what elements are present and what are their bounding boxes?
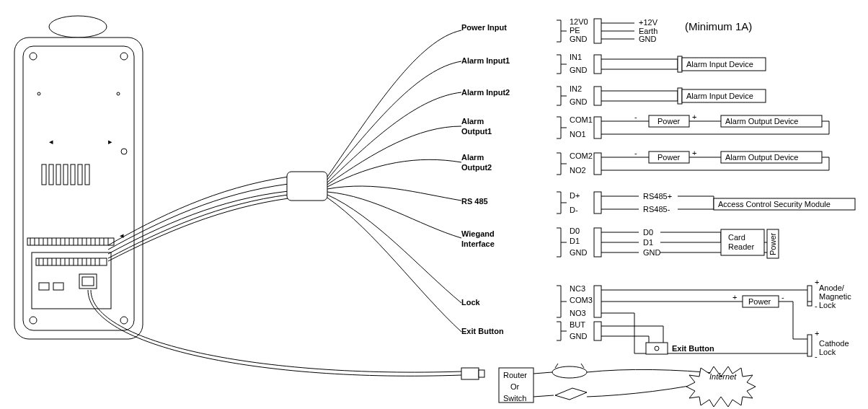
group-wiegand: Wiegand Interface D0 D1 GND D0 D1 GND Ca… — [461, 227, 779, 258]
svg-rect-186 — [807, 335, 812, 356]
note-minimum-1a: (Minimum 1A) — [685, 20, 752, 32]
svg-rect-12 — [56, 164, 61, 185]
svg-text:Exit Button: Exit Button — [461, 327, 504, 335]
svg-rect-10 — [42, 164, 46, 185]
svg-rect-87 — [594, 87, 601, 105]
group-alarm-input2: Alarm Input2 IN2 GND Alarm Input Device — [461, 84, 766, 106]
svg-text:Lock: Lock — [461, 298, 481, 307]
svg-rect-63 — [479, 370, 484, 377]
terminal-block: ◂ — [27, 231, 124, 309]
svg-text:Alarm Output Device: Alarm Output Device — [725, 153, 798, 162]
svg-text:Output1: Output1 — [461, 127, 492, 136]
svg-text:COM2: COM2 — [570, 151, 593, 160]
svg-text:NO3: NO3 — [570, 309, 586, 317]
svg-text:+: + — [692, 149, 696, 157]
svg-text:D0: D0 — [643, 228, 653, 237]
svg-rect-144 — [594, 228, 601, 257]
svg-text:NO1: NO1 — [570, 130, 586, 138]
svg-line-207 — [555, 364, 558, 368]
svg-rect-57 — [82, 277, 94, 286]
svg-text:Alarm Input1: Alarm Input1 — [461, 56, 510, 65]
group-power-input: Power Input 12V0 PE GND +12V Earth GND (… — [461, 17, 752, 43]
svg-text:COM1: COM1 — [570, 115, 593, 124]
svg-point-6 — [120, 317, 128, 324]
svg-text:-: - — [634, 113, 637, 121]
svg-rect-81 — [678, 56, 682, 72]
svg-text:D0: D0 — [570, 227, 580, 235]
svg-text:Lock: Lock — [819, 348, 836, 356]
svg-rect-129 — [594, 192, 601, 214]
svg-text:+: + — [692, 113, 696, 121]
svg-point-0 — [49, 16, 107, 38]
svg-text:Alarm Input Device: Alarm Input Device — [686, 92, 753, 100]
svg-text:D-: D- — [570, 206, 578, 214]
svg-text:-: - — [781, 293, 784, 302]
svg-text:Output2: Output2 — [461, 163, 492, 172]
group-network: Router Or Switch Internet — [499, 364, 756, 407]
svg-text:Exit Button: Exit Button — [672, 344, 714, 353]
svg-text:GND: GND — [643, 248, 661, 257]
svg-text:NO2: NO2 — [570, 166, 586, 175]
svg-rect-91 — [678, 88, 682, 104]
svg-line-208 — [581, 364, 584, 368]
svg-text:Alarm: Alarm — [461, 117, 484, 126]
svg-text:Access Control Security Module: Access Control Security Module — [718, 200, 831, 208]
svg-text:Interface: Interface — [461, 239, 495, 248]
svg-text:Power: Power — [769, 232, 777, 255]
wiring-diagram: ▸ ◂ ◂ — [0, 0, 868, 409]
svg-text:D+: D+ — [570, 191, 580, 200]
vent-slots — [42, 164, 89, 185]
svg-rect-77 — [594, 55, 601, 74]
svg-text:Power: Power — [748, 297, 771, 306]
svg-text:GND: GND — [639, 35, 657, 43]
svg-text:COM3: COM3 — [570, 296, 593, 304]
svg-text:NC3: NC3 — [570, 284, 585, 293]
internet-icon: Internet — [686, 366, 756, 407]
svg-text:Magnetic: Magnetic — [819, 292, 851, 301]
svg-text:Card: Card — [728, 233, 745, 242]
svg-point-8 — [37, 92, 40, 95]
group-rs485: RS 485 D+ D- RS485+ RS485- Access Contro… — [461, 191, 855, 214]
svg-text:IN1: IN1 — [570, 53, 582, 61]
svg-text:-: - — [815, 352, 818, 361]
svg-rect-179 — [807, 286, 812, 306]
svg-point-206 — [552, 366, 587, 378]
svg-text:+12V: +12V — [639, 18, 658, 27]
svg-text:Alarm Input Device: Alarm Input Device — [686, 60, 753, 69]
svg-rect-98 — [594, 117, 601, 138]
svg-rect-59 — [53, 283, 63, 290]
svg-rect-13 — [63, 164, 68, 185]
svg-text:Anode/: Anode/ — [819, 283, 845, 292]
label-power-input: Power Input — [461, 23, 507, 32]
group-alarm-input1: Alarm Input1 IN1 GND Alarm Input Device — [461, 53, 766, 74]
svg-text:Router: Router — [503, 371, 527, 379]
svg-text:RS 485: RS 485 — [461, 197, 488, 206]
svg-rect-11 — [49, 164, 53, 185]
svg-text:Or: Or — [510, 382, 520, 391]
svg-text:+: + — [732, 293, 737, 302]
svg-text:IN2: IN2 — [570, 84, 582, 93]
svg-text:Alarm: Alarm — [461, 153, 484, 162]
svg-point-9 — [117, 92, 120, 95]
svg-rect-19 — [27, 238, 114, 245]
svg-text:-: - — [815, 302, 818, 310]
svg-text:Reader: Reader — [728, 242, 754, 251]
svg-text:Alarm Output Device: Alarm Output Device — [725, 117, 798, 126]
svg-text:Power: Power — [657, 153, 681, 162]
svg-rect-114 — [594, 153, 601, 175]
svg-text:GND: GND — [570, 66, 588, 74]
fanout-wires — [327, 30, 461, 332]
svg-rect-67 — [594, 19, 601, 43]
svg-rect-16 — [85, 164, 89, 185]
svg-point-3 — [30, 53, 37, 60]
svg-line-209 — [533, 372, 552, 374]
svg-text:D1: D1 — [643, 238, 653, 247]
svg-point-5 — [30, 317, 37, 324]
svg-line-210 — [533, 395, 554, 397]
router-icon — [552, 364, 587, 378]
svg-rect-15 — [78, 164, 82, 185]
svg-point-200 — [655, 346, 659, 351]
svg-text:GND: GND — [570, 97, 588, 106]
svg-rect-58 — [39, 283, 49, 290]
svg-text:RS485-: RS485- — [643, 205, 670, 214]
